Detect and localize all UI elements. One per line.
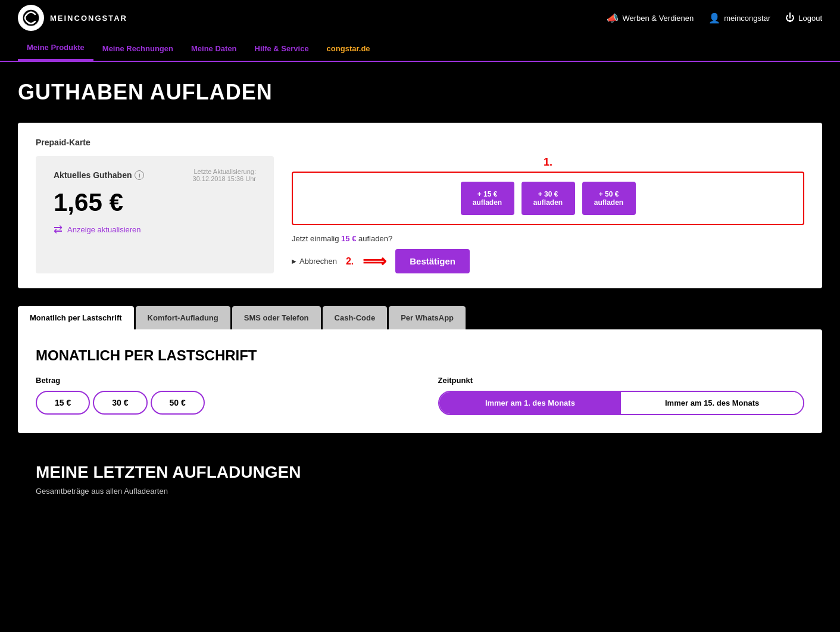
form-row: Betrag 15 € 30 € 50 € Zeitpunkt Immer am… xyxy=(36,376,804,415)
balance-box: Aktuelles Guthaben i Letzte Aktualisieru… xyxy=(36,156,274,273)
prepaid-card-section: Prepaid-Karte Aktuelles Guthaben i Letzt… xyxy=(18,123,822,288)
confirm-question: Jetzt einmalig 15 € aufladen? xyxy=(292,234,804,243)
zeitpunkt-label: Zeitpunkt xyxy=(438,376,805,385)
prepaid-section-label: Prepaid-Karte xyxy=(36,138,804,147)
tab-section-title: MONATLICH PER LASTSCHRIFT xyxy=(36,347,804,364)
logout-link[interactable]: ⏻ Logout xyxy=(785,13,822,23)
megaphone-icon: 📣 xyxy=(607,13,619,24)
play-icon: ▶ xyxy=(292,258,296,264)
meincongstar-link[interactable]: 👤 meincongstar xyxy=(708,13,770,24)
zeitpunkt-1st[interactable]: Immer am 1. des Monats xyxy=(439,392,622,414)
balance-label-row: Aktuelles Guthaben i Letzte Aktualisieru… xyxy=(54,168,256,182)
amount-50[interactable]: 50 € xyxy=(151,391,205,415)
charge-area: 1. + 15 € aufladen + 30 € aufladen + 50 … xyxy=(292,156,804,273)
logo-area: MEINCONGSTAR xyxy=(18,5,127,31)
recent-subtitle: Gesamtbeträge aus allen Aufladearten xyxy=(36,487,804,496)
page-title: GUTHABEN AUFLADEN xyxy=(18,80,822,105)
amount-15[interactable]: 15 € xyxy=(36,391,90,415)
tab-monatlich[interactable]: Monatlich per Lastschrift xyxy=(18,306,134,329)
charge-15-button[interactable]: + 15 € aufladen xyxy=(461,182,514,215)
zeitpunkt-group: Zeitpunkt Immer am 1. des Monats Immer a… xyxy=(438,376,805,415)
charge-50-button[interactable]: + 50 € aufladen xyxy=(582,182,636,215)
nav-bar: Meine Produkte Meine Rechnungen Meine Da… xyxy=(0,36,840,62)
tab-komfort[interactable]: Komfort-Aufladung xyxy=(136,306,230,329)
page-content: GUTHABEN AUFLADEN Prepaid-Karte Aktuelle… xyxy=(0,62,840,531)
bestatigen-button[interactable]: Bestätigen xyxy=(395,249,470,273)
logo-icon xyxy=(18,5,44,31)
last-update: Letzte Aktualisierung: 30.12.2018 15:36 … xyxy=(193,168,256,182)
step1-label: 1. xyxy=(292,156,804,169)
tab-content: MONATLICH PER LASTSCHRIFT Betrag 15 € 30… xyxy=(18,329,822,433)
step2-label: 2. xyxy=(346,256,354,267)
recent-title: MEINE LETZTEN AUFLADUNGEN xyxy=(36,463,804,482)
amount-30[interactable]: 30 € xyxy=(93,391,147,415)
cancel-link[interactable]: ▶ Abbrechen xyxy=(292,257,337,266)
balance-amount: 1,65 € xyxy=(54,188,256,217)
tab-sms[interactable]: SMS oder Telefon xyxy=(232,306,321,329)
tab-cash[interactable]: Cash-Code xyxy=(323,306,388,329)
werben-link[interactable]: 📣 Werben & Verdienen xyxy=(607,13,694,24)
recent-section: MEINE LETZTEN AUFLADUNGEN Gesamtbeträge … xyxy=(18,451,822,513)
tabs-bar: Monatlich per Lastschrift Komfort-Auflad… xyxy=(18,306,822,329)
info-icon[interactable]: i xyxy=(135,170,144,180)
confirm-area: ▶ Abbrechen 2. ⟹ Bestätigen xyxy=(292,249,804,273)
betrag-label: Betrag xyxy=(36,376,402,385)
nav-hilfe-service[interactable]: Hilfe & Service xyxy=(246,37,318,60)
charge-30-button[interactable]: + 30 € aufladen xyxy=(522,182,575,215)
power-icon: ⏻ xyxy=(785,13,795,23)
amount-options: 15 € 30 € 50 € xyxy=(36,391,402,415)
nav-congstar-de[interactable]: congstar.de xyxy=(318,37,379,60)
brand-name: MEINCONGSTAR xyxy=(50,14,127,23)
prepaid-inner: Aktuelles Guthaben i Letzte Aktualisieru… xyxy=(36,156,804,273)
nav-meine-daten[interactable]: Meine Daten xyxy=(182,37,246,60)
zeitpunkt-15th[interactable]: Immer am 15. des Monats xyxy=(621,392,803,414)
balance-label: Aktuelles Guthaben i xyxy=(54,170,144,180)
header-right: 📣 Werben & Verdienen 👤 meincongstar ⏻ Lo… xyxy=(607,13,822,24)
refresh-icon: ⇄ xyxy=(54,223,63,236)
nav-meine-produkte[interactable]: Meine Produkte xyxy=(18,36,93,61)
nav-meine-rechnungen[interactable]: Meine Rechnungen xyxy=(93,37,182,60)
refresh-link[interactable]: ⇄ Anzeige aktualisieren xyxy=(54,223,256,236)
user-icon: 👤 xyxy=(708,13,720,24)
arrow-right-icon: ⟹ xyxy=(363,251,386,271)
betrag-group: Betrag 15 € 30 € 50 € xyxy=(36,376,402,415)
tab-whatsapp[interactable]: Per WhatsApp xyxy=(389,306,466,329)
header: MEINCONGSTAR 📣 Werben & Verdienen 👤 mein… xyxy=(0,0,840,36)
charge-buttons-box: + 15 € aufladen + 30 € aufladen + 50 € a… xyxy=(292,172,804,225)
tabs-container: Monatlich per Lastschrift Komfort-Auflad… xyxy=(18,306,822,433)
zeitpunkt-options: Immer am 1. des Monats Immer am 15. des … xyxy=(438,391,805,415)
